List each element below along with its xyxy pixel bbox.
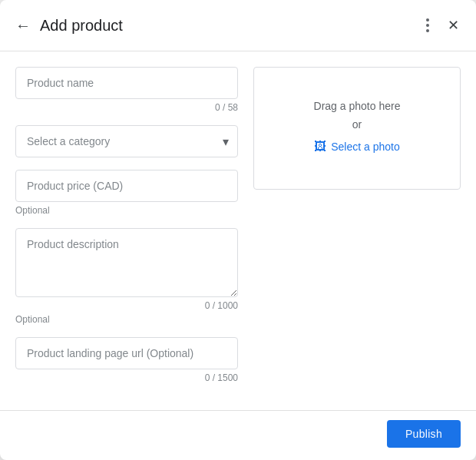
photo-icon: 🖼 [314,140,326,154]
publish-button[interactable]: Publish [387,420,461,448]
select-photo-button[interactable]: 🖼 Select a photo [308,137,406,157]
price-optional-label: Optional [15,205,238,216]
right-column: Drag a photo here or 🖼 Select a photo [253,67,461,398]
or-text: or [352,118,362,131]
back-button[interactable]: ← [12,14,34,38]
photo-upload-area[interactable]: Drag a photo here or 🖼 Select a photo [253,67,461,190]
product-name-input[interactable] [15,67,238,99]
header-left: ← Add product [12,14,418,38]
landing-page-input[interactable] [15,337,238,369]
product-name-group: 0 / 58 [15,67,238,113]
page-title: Add product [40,17,123,35]
modal-header: ← Add product ✕ [0,0,476,51]
three-dots-icon [423,15,432,35]
category-group: Select a category ▾ [15,125,238,157]
close-icon: ✕ [448,17,459,34]
header-actions: ✕ [418,11,464,40]
description-optional-label: Optional [15,314,238,325]
add-product-modal: ← Add product ✕ 0 / 58 [0,0,476,460]
product-name-char-count: 0 / 58 [15,102,238,113]
description-input[interactable] [15,228,238,297]
close-button[interactable]: ✕ [443,12,464,38]
drag-text: Drag a photo here [314,100,401,112]
back-icon: ← [15,17,31,35]
price-input[interactable] [15,170,238,202]
description-group: 0 / 1000 Optional [15,228,238,325]
select-photo-label: Select a photo [331,141,400,153]
landing-page-group: 0 / 1500 [15,337,238,383]
price-group: Optional [15,170,238,216]
landing-page-char-count: 0 / 1500 [15,372,238,383]
more-options-button[interactable] [418,11,437,40]
description-char-count: 0 / 1000 [15,300,238,311]
modal-footer: Publish [0,410,476,460]
category-select[interactable]: Select a category [15,125,238,157]
left-column: 0 / 58 Select a category ▾ Optional 0 [15,67,238,398]
modal-content: 0 / 58 Select a category ▾ Optional 0 [0,51,476,410]
category-select-wrapper: Select a category ▾ [15,125,238,157]
